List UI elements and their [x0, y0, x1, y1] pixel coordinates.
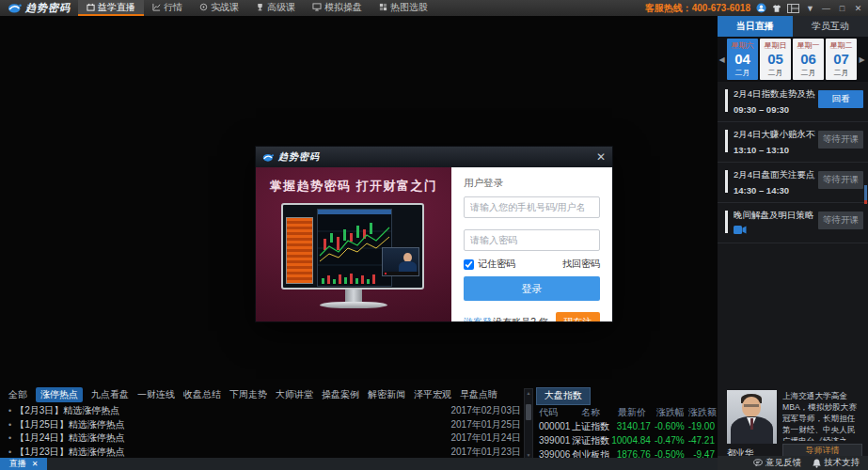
close-button[interactable]: ✕: [853, 4, 863, 13]
item-accent-bar: [725, 130, 728, 152]
tab-close-summary[interactable]: 收盘总结: [183, 388, 221, 401]
guest-login-link[interactable]: 游客登录: [464, 316, 493, 321]
tab-market-index[interactable]: 大盘指数: [536, 387, 591, 405]
tab-zeping-macro[interactable]: 泽平宏观: [414, 388, 451, 401]
weekday-label: 星期日: [765, 40, 787, 51]
next-date-arrow[interactable]: ▶: [859, 55, 865, 64]
day-number: 04: [734, 51, 750, 67]
day-number: 05: [767, 51, 783, 67]
tab-decrypt-news[interactable]: 解密新闻: [368, 388, 405, 401]
tab-yicai-link[interactable]: 一财连线: [137, 388, 175, 401]
schedule-title: 晚间解盘及明日策略: [734, 210, 815, 222]
forgot-password-link[interactable]: 找回密码: [562, 258, 600, 271]
schedule-item[interactable]: 2月4日指数走势及热点新闻分析 09:30 – 09:30 回看: [718, 82, 868, 122]
waiting-button[interactable]: 等待开课: [818, 131, 863, 149]
date-card-monday[interactable]: 星期一 06 二月: [793, 39, 824, 80]
chevron-down-icon[interactable]: ▼: [805, 4, 815, 13]
tab-student-interaction[interactable]: 学员互动: [793, 16, 868, 37]
weekday-label: 星期六: [732, 40, 754, 51]
login-button[interactable]: 登录: [464, 276, 600, 301]
support-label: 技术支持: [824, 457, 860, 469]
item-accent-bar: [725, 211, 728, 233]
menu-label: 益学直播: [98, 1, 135, 14]
menu-item-heatmap-stockpick[interactable]: 热图选股: [371, 0, 436, 16]
waiting-button[interactable]: 等待开课: [818, 171, 863, 189]
news-date: 2017年01月23日: [451, 446, 524, 459]
bullet-icon: •: [8, 433, 11, 443]
weekday-label: 星期二: [830, 40, 853, 51]
waiting-button[interactable]: 等待开课: [818, 212, 863, 229]
news-scrollbar[interactable]: ▲ ▼: [524, 388, 533, 460]
tab-today-live[interactable]: 当日直播: [718, 16, 793, 37]
close-icon[interactable]: ✕: [32, 460, 39, 468]
chart-icon: [152, 3, 161, 11]
promo-banner: 掌握趋势密码 打开财富之门: [256, 167, 451, 321]
tab-all[interactable]: 全部: [8, 388, 27, 401]
table-row[interactable]: 399001 深证指数 10004.84 -0.47% -47.21: [536, 433, 718, 447]
news-row[interactable]: • 【2月3日】精选涨停热点 2017年02月03日: [0, 404, 523, 418]
date-card-saturday[interactable]: 星期六 04 二月: [727, 39, 758, 80]
username-input[interactable]: [464, 196, 600, 218]
news-row[interactable]: • 【1月25日】精选涨停热点 2017年01月25日: [0, 418, 523, 432]
tab-trading-cases[interactable]: 操盘案例: [322, 388, 359, 401]
no-account-text: 没有账号? 您可以: [493, 316, 550, 321]
dialog-close-icon[interactable]: ✕: [596, 151, 606, 163]
remember-password-checkbox[interactable]: [464, 259, 474, 270]
tab-next-week-trend[interactable]: 下周走势: [229, 388, 267, 401]
cell-pct: -0.47%: [654, 433, 687, 447]
monitor-stand: [345, 290, 362, 302]
sidebar-scrollbar-thumb[interactable]: [864, 185, 867, 200]
schedule-item[interactable]: 晚间解盘及明日策略 等待开课: [718, 203, 868, 243]
app-logo-icon: [8, 3, 23, 13]
quote-table-window: [286, 217, 313, 284]
minimize-button[interactable]: —: [821, 4, 831, 13]
user-avatar-icon[interactable]: [756, 3, 766, 13]
col-code: 代码: [536, 406, 572, 419]
cell-name: 上证指数: [572, 419, 610, 433]
skin-theme-icon[interactable]: [772, 4, 781, 13]
cell-price: 10004.84: [610, 433, 654, 447]
prev-date-arrow[interactable]: ◀: [718, 55, 725, 64]
cell-code: 399001: [536, 433, 572, 447]
tab-morning-highlights[interactable]: 早盘点睛: [460, 388, 497, 401]
news-row[interactable]: • 【1月23日】精选涨停热点 2017年01月23日: [0, 446, 523, 460]
menu-item-practical-course[interactable]: 实战课: [191, 0, 247, 16]
tab-limit-up-hotspots[interactable]: 涨停热点: [36, 387, 83, 402]
tab-master-lecture[interactable]: 大师讲堂: [276, 388, 313, 401]
tab-9am-market[interactable]: 九点看盘: [91, 388, 129, 401]
scroll-up-icon[interactable]: ▲: [525, 390, 532, 396]
scrollbar-thumb[interactable]: [526, 404, 531, 420]
menu-item-simulated-trading[interactable]: 模拟操盘: [304, 0, 371, 16]
col-price: 最新价: [610, 406, 654, 419]
replay-button[interactable]: 回看: [818, 90, 863, 108]
month-label: 二月: [735, 68, 750, 78]
maximize-button[interactable]: □: [837, 4, 847, 13]
chart-window: [317, 209, 392, 287]
news-row[interactable]: • 【1月24日】精选涨停热点 2017年01月24日: [0, 431, 523, 446]
menu-item-advanced-course[interactable]: 高级课: [247, 0, 304, 16]
menu-item-quotes[interactable]: 行情: [144, 0, 191, 16]
dialog-titlebar: 趋势密码 ✕: [256, 147, 612, 167]
heatmap-icon: [379, 3, 387, 11]
feedback-link[interactable]: 意见反馈: [753, 457, 801, 469]
register-button[interactable]: 现在注册: [556, 312, 600, 321]
password-input[interactable]: [464, 229, 600, 251]
schedule-item[interactable]: 2月4日大赚小赔永不套牢战法 13:10 – 13:10 等待开课: [718, 122, 868, 163]
day-number: 07: [833, 51, 849, 67]
schedule-item[interactable]: 2月4日盘面关注要点及读书分享 14:30 – 14:30 等待开课: [718, 163, 868, 203]
date-card-sunday[interactable]: 星期日 05 二月: [760, 39, 791, 80]
news-date: 2017年01月24日: [451, 431, 524, 445]
schedule-list: 2月4日指数走势及热点新闻分析 09:30 – 09:30 回看 2月4日大赚小…: [718, 82, 868, 243]
day-number: 06: [800, 51, 816, 67]
panel-layout-icon[interactable]: [787, 4, 799, 13]
date-card-tuesday[interactable]: 星期二 07 二月: [826, 39, 857, 80]
tab-live-stream[interactable]: 直播 ✕: [0, 458, 47, 470]
tech-support-link[interactable]: 技术支持: [813, 457, 860, 469]
news-list: • 【2月3日】精选涨停热点 2017年02月03日 • 【1月25日】精选涨停…: [0, 404, 523, 459]
schedule-time: 09:30 – 09:30: [734, 104, 815, 115]
news-date: 2017年01月25日: [451, 418, 524, 431]
item-accent-bar: [725, 170, 728, 193]
menu-item-live[interactable]: 益学直播: [78, 0, 144, 16]
table-row[interactable]: 000001 上证指数 3140.17 -0.60% -19.00: [536, 419, 718, 433]
schedule-title: 2月4日盘面关注要点及读书分享: [734, 169, 815, 181]
